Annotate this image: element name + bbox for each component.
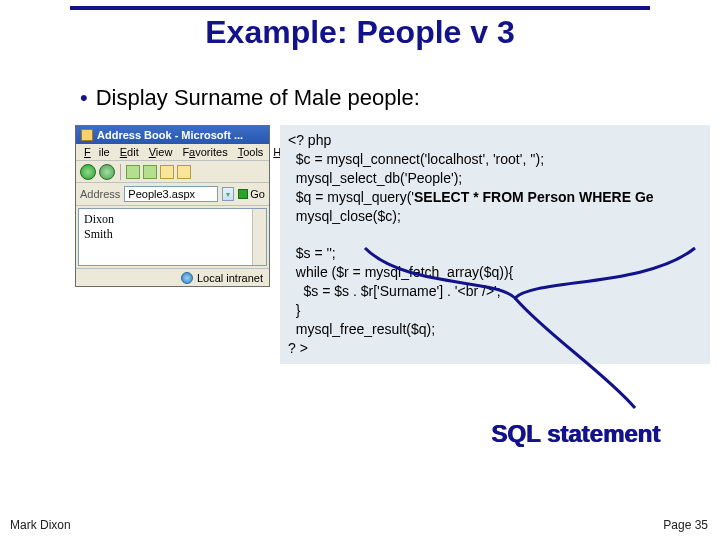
stop-icon[interactable]	[126, 165, 140, 179]
code-line: ? >	[288, 340, 308, 356]
list-item: Dixon	[84, 212, 261, 227]
globe-icon	[181, 272, 193, 284]
slide-bullet: •Display Surname of Male people:	[80, 85, 420, 111]
footer-page: Page 35	[663, 518, 708, 532]
go-label: Go	[250, 188, 265, 200]
refresh-icon[interactable]	[143, 165, 157, 179]
browser-statusbar: Local intranet	[76, 268, 269, 286]
code-line: mysql_select_db('People');	[288, 170, 462, 186]
menu-edit[interactable]: Edit	[116, 146, 143, 158]
code-line	[288, 226, 292, 242]
footer-author: Mark Dixon	[10, 518, 71, 532]
code-block: <? php $c = mysql_connect('localhost', '…	[280, 125, 710, 364]
browser-title-text: Address Book - Microsoft ...	[97, 129, 243, 141]
address-label: Address	[80, 188, 120, 200]
code-line: }	[288, 302, 300, 318]
menu-tools[interactable]: Tools	[234, 146, 268, 158]
code-line: mysql_free_result($q);	[288, 321, 435, 337]
browser-window: Address Book - Microsoft ... File Edit V…	[75, 125, 270, 287]
home-icon[interactable]	[160, 165, 174, 179]
slide-top-rule	[70, 6, 650, 10]
go-button[interactable]: Go	[238, 188, 265, 200]
go-arrow-icon	[238, 189, 248, 199]
browser-titlebar: Address Book - Microsoft ...	[76, 126, 269, 144]
sql-statement-label: SQL statement	[491, 420, 660, 448]
back-button-icon[interactable]	[80, 164, 96, 180]
menu-view[interactable]: View	[145, 146, 177, 158]
slide-title: Example: People v 3	[0, 14, 720, 51]
menu-favorites[interactable]: Favorites	[178, 146, 231, 158]
code-line: $s = $s . $r['Surname'] . '<br />';	[288, 283, 501, 299]
code-line: <? php	[288, 132, 331, 148]
code-line: $s = '';	[288, 245, 336, 261]
browser-toolbar	[76, 161, 269, 183]
code-line: $c = mysql_connect('localhost', 'root', …	[288, 151, 544, 167]
code-line: while ($r = mysql_fetch_array($q)){	[288, 264, 513, 280]
book-icon	[81, 129, 93, 141]
browser-address-bar: Address People3.aspx ▾ Go	[76, 183, 269, 206]
code-line: mysql_close($c);	[288, 208, 401, 224]
address-dropdown-icon[interactable]: ▾	[222, 187, 234, 201]
status-text: Local intranet	[197, 272, 263, 284]
search-icon[interactable]	[177, 165, 191, 179]
code-line: $q = mysql_query('SELECT * FROM Person W…	[288, 189, 654, 205]
scrollbar[interactable]	[252, 209, 266, 265]
bullet-text: Display Surname of Male people:	[96, 85, 420, 110]
forward-button-icon[interactable]	[99, 164, 115, 180]
bullet-dot: •	[80, 85, 88, 110]
browser-content: Dixon Smith	[78, 208, 267, 266]
list-item: Smith	[84, 227, 261, 242]
toolbar-separator	[120, 164, 121, 180]
address-input[interactable]: People3.aspx	[124, 186, 218, 202]
browser-menubar: File Edit View Favorites Tools Help	[76, 144, 269, 161]
menu-file[interactable]: File	[80, 146, 114, 158]
